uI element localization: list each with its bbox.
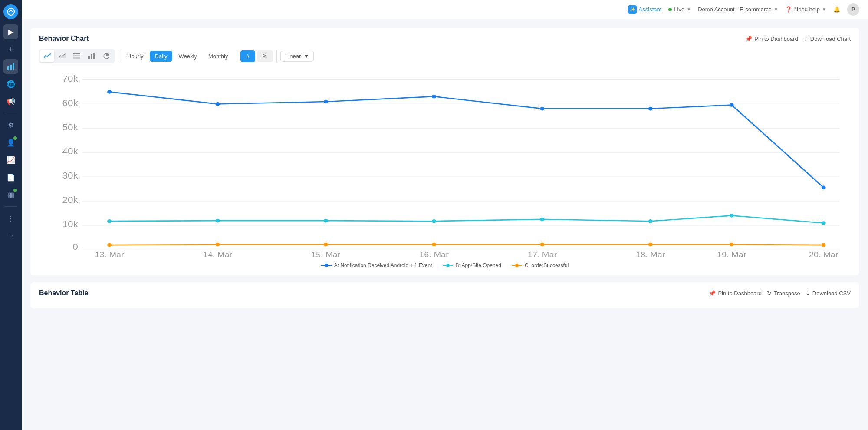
sidebar-item-grid[interactable]: ⋮ <box>3 211 18 226</box>
table-pin-icon: 📌 <box>709 290 716 297</box>
toolbar-separator-1 <box>118 50 118 62</box>
svg-point-47 <box>432 219 436 223</box>
live-chevron: ▼ <box>687 7 691 12</box>
chart-section: Behavior Chart 📌 Pin to Dashboard ⇣ Down… <box>30 28 859 275</box>
sidebar-item-analytics[interactable] <box>3 59 18 74</box>
sidebar-item-arrow[interactable]: → <box>3 228 18 243</box>
table-header-row: Behavior Table 📌 Pin to Dashboard ↻ Tran… <box>39 289 851 297</box>
transpose-btn[interactable]: ↻ Transpose <box>767 290 800 297</box>
period-monthly[interactable]: Monthly <box>203 51 233 62</box>
toolbar-separator-3 <box>276 50 277 62</box>
page-content: Behavior Chart 📌 Pin to Dashboard ⇣ Down… <box>22 19 868 430</box>
svg-text:30k: 30k <box>62 171 79 180</box>
toolbar-separator-2 <box>237 50 237 62</box>
legend-item-a: A: Notification Received Android + 1 Eve… <box>321 262 432 268</box>
svg-point-48 <box>540 218 544 222</box>
chart-svg: 70k 60k 50k 40k 30k 20k 10k 0 13. Mar 14… <box>39 70 851 257</box>
metric-percent[interactable]: % <box>257 50 273 62</box>
help-label: Need help <box>794 6 820 13</box>
chart-header-actions: 📌 Pin to Dashboard ⇣ Download Chart <box>745 36 851 42</box>
svg-point-57 <box>648 243 653 247</box>
svg-point-63 <box>446 264 450 267</box>
svg-point-54 <box>324 243 328 247</box>
svg-point-49 <box>648 219 653 223</box>
sidebar-item-layers[interactable]: ▦ <box>3 187 18 202</box>
assistant-icon: ✨ <box>628 5 637 14</box>
period-daily[interactable]: Daily <box>150 51 173 62</box>
svg-point-55 <box>432 243 436 247</box>
svg-rect-1 <box>7 66 9 70</box>
app-logo[interactable] <box>3 4 18 19</box>
assistant-label: Assistant <box>639 6 662 13</box>
chart-type-table[interactable] <box>70 50 84 62</box>
svg-rect-3 <box>13 63 14 70</box>
download-chart-btn[interactable]: ⇣ Download Chart <box>803 36 851 42</box>
svg-point-53 <box>215 243 220 247</box>
svg-text:15. Mar: 15. Mar <box>311 250 341 257</box>
sidebar: ▶ + 🌐 📢 ⚙ 👤 📈 📄 ▦ ⋮ → <box>0 0 22 430</box>
svg-point-45 <box>215 219 220 223</box>
chart-title: Behavior Chart <box>39 35 89 43</box>
svg-point-0 <box>7 8 14 15</box>
svg-rect-9 <box>91 54 92 59</box>
sidebar-item-users[interactable]: 👤 <box>3 135 18 150</box>
download-label: Download Chart <box>810 36 851 42</box>
chart-area: 70k 60k 50k 40k 30k 20k 10k 0 13. Mar 14… <box>39 70 851 257</box>
svg-point-36 <box>107 90 112 94</box>
sidebar-item-campaigns[interactable]: 📢 <box>3 94 18 109</box>
legend-item-b: B: App/Site Opened <box>443 262 501 268</box>
metric-count[interactable]: # <box>240 50 255 62</box>
svg-text:50k: 50k <box>62 122 79 132</box>
chart-type-bar[interactable] <box>85 50 99 62</box>
download-csv-btn[interactable]: ⇣ Download CSV <box>806 290 851 297</box>
period-weekly[interactable]: Weekly <box>173 51 202 62</box>
chart-toolbar: Hourly Daily Weekly Monthly # % Linear ▼ <box>39 49 851 63</box>
svg-point-52 <box>107 243 112 247</box>
svg-text:20k: 20k <box>62 195 79 205</box>
live-label: Live <box>674 6 684 13</box>
svg-point-42 <box>730 103 734 107</box>
chart-type-line[interactable] <box>40 50 54 62</box>
topnav: ✨ Assistant Live ▼ Demo Account - E-comm… <box>22 0 868 19</box>
table-pin-btn[interactable]: 📌 Pin to Dashboard <box>709 290 761 297</box>
svg-text:19. Mar: 19. Mar <box>717 250 746 257</box>
svg-text:60k: 60k <box>62 98 79 107</box>
svg-point-43 <box>822 186 826 190</box>
svg-point-51 <box>822 221 826 225</box>
help-btn[interactable]: ❓ Need help ▼ <box>785 6 826 13</box>
sidebar-item-reports[interactable]: 📈 <box>3 152 18 167</box>
svg-rect-10 <box>93 53 95 59</box>
svg-text:17. Mar: 17. Mar <box>528 250 557 257</box>
chart-legend: A: Notification Received Android + 1 Eve… <box>39 262 851 268</box>
chart-type-pie[interactable] <box>99 50 113 62</box>
sidebar-item-globe[interactable]: 🌐 <box>3 76 18 91</box>
chart-type-group <box>39 49 115 63</box>
svg-text:13. Mar: 13. Mar <box>95 250 124 257</box>
transpose-icon: ↻ <box>767 290 772 297</box>
svg-point-61 <box>325 264 328 267</box>
pin-label: Pin to Dashboard <box>754 36 798 42</box>
download-csv-label: Download CSV <box>812 290 851 297</box>
svg-rect-2 <box>10 65 12 70</box>
account-selector[interactable]: Demo Account - E-commerce ▼ <box>698 6 778 13</box>
avatar[interactable]: P <box>847 3 859 16</box>
sidebar-item-expand[interactable]: ▶ <box>3 24 18 39</box>
sidebar-item-add[interactable]: + <box>3 42 18 56</box>
account-chevron: ▼ <box>774 7 778 12</box>
assistant-btn[interactable]: ✨ Assistant <box>628 5 662 14</box>
svg-rect-7 <box>73 57 80 59</box>
svg-point-44 <box>107 219 112 223</box>
scale-selector[interactable]: Linear ▼ <box>280 51 314 62</box>
legend-label-a: A: Notification Received Android + 1 Eve… <box>334 262 432 268</box>
chart-type-area[interactable] <box>55 50 69 62</box>
sidebar-item-settings[interactable]: ⚙ <box>3 118 18 132</box>
live-status[interactable]: Live ▼ <box>668 6 691 13</box>
chart-header: Behavior Chart 📌 Pin to Dashboard ⇣ Down… <box>39 35 851 43</box>
legend-item-c: C: orderSuccessful <box>512 262 569 268</box>
sidebar-item-files[interactable]: 📄 <box>3 170 18 185</box>
period-hourly[interactable]: Hourly <box>122 51 149 62</box>
notifications-btn[interactable]: 🔔 <box>833 6 840 13</box>
pin-dashboard-btn[interactable]: 📌 Pin to Dashboard <box>745 36 798 42</box>
table-pin-label: Pin to Dashboard <box>718 290 761 297</box>
svg-point-39 <box>432 95 436 99</box>
